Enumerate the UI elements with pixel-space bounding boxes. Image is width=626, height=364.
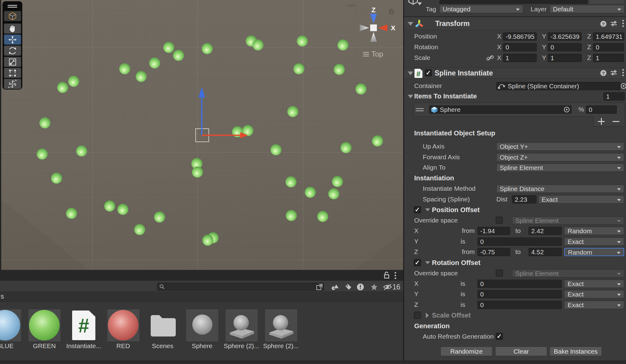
svg-text:Z: Z bbox=[371, 6, 375, 14]
svg-text:?: ? bbox=[602, 71, 605, 76]
svg-text:?: ? bbox=[602, 21, 605, 27]
svg-text:X: X bbox=[391, 24, 396, 32]
